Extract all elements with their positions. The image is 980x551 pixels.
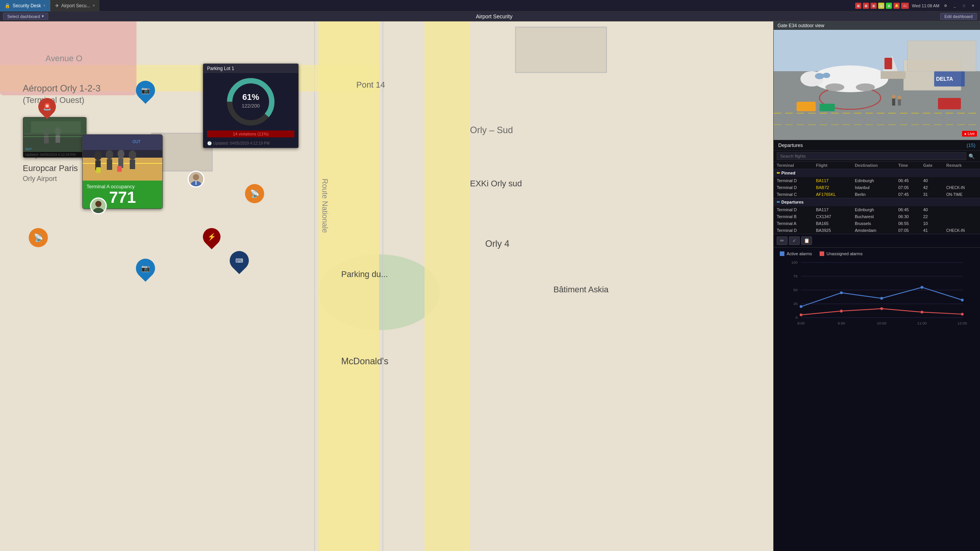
pinned-2-gate: 42 [920,184,943,191]
comm-icon-1: 📡 [250,189,260,198]
svg-point-82 [856,83,875,91]
svg-text:100: 100 [791,260,798,264]
svg-point-58 [106,150,113,159]
close-icon[interactable]: ✕ [970,3,976,9]
dep-4-destination: Amsterdam [852,227,895,234]
camera-pin-blue-1[interactable]: 📷 [136,81,155,100]
departures-table: Terminal Flight Destination Time Gate Re… [774,162,980,234]
pinned-row-3[interactable]: Terminal C AF1765KL Berlin 07:45 31 ON-T… [774,191,980,198]
svg-point-124 [880,307,883,310]
svg-rect-59 [107,159,112,170]
dep-3-time: 06:55 [895,220,920,227]
legend-unassigned-dot [820,251,824,256]
svg-text:25: 25 [794,302,798,306]
svg-text:Aéroport Orly 1-2-3: Aéroport Orly 1-2-3 [23,83,100,93]
svg-text:Avenue O: Avenue O [46,54,82,63]
terminal-camera-image: OUT [83,135,162,181]
sys-icon-4: ▣ [878,3,884,9]
pinned-row-2[interactable]: Terminal D BAB72 Istanbul 07:05 42 CHECK… [774,184,980,191]
select-dashboard-button[interactable]: Select dashboard ▾ [3,13,48,20]
svg-point-56 [94,151,102,160]
alarm-pin-red-1[interactable]: 🚨 [38,98,56,116]
svg-point-126 [961,313,964,315]
svg-point-119 [880,297,883,300]
pinned-row-1[interactable]: Terminal D BA117 Edinburgh 06:45 40 [774,177,980,184]
avatar-pin-2[interactable] [90,197,107,214]
col-terminal: Terminal [774,162,813,169]
live-badge: ● Live [962,131,977,137]
pinned-1-terminal: Terminal D [774,177,813,184]
legend-active-dot [780,251,784,256]
camera-feed-section: Gate E34 outdoor view [774,21,980,140]
parking-updated-text: 🕐 Updated: 04/05/2019 4:12:19 PM [203,140,298,148]
dep-action-check[interactable]: ✓ [789,236,800,245]
pinned-2-time: 07:05 [895,184,920,191]
dep-row-4[interactable]: Terminal D BA3925 Amsterdam 07:05 41 CHE… [774,227,980,234]
parking-popup[interactable]: Parking Lot 1 61% 122/200 14 violations … [203,64,299,148]
violations-bar: 14 violations (11%) [207,130,294,137]
pinned-1-remark [943,177,980,184]
svg-text:61%: 61% [242,92,259,102]
svg-rect-43 [44,136,49,143]
pinned-2-destination: Istanbul [852,184,895,191]
svg-text:12:00: 12:00 [957,321,967,325]
alarm-pin-dark-red[interactable]: ⚡ [203,228,220,246]
legend-active-label: Active alarms [787,251,812,256]
svg-rect-64 [96,167,101,173]
comm-pin-orange-2[interactable]: 📡 [29,228,48,247]
avatar-pin-1[interactable] [188,171,204,187]
pinned-1-destination: Edinburgh [852,177,895,184]
dep-2-destination: Bucharest [852,213,895,220]
minimize-icon[interactable]: _ [952,3,958,9]
tab-security-desk[interactable]: 🔒 Security Desk × [0,0,50,11]
dep-1-flight: BA117 [813,206,852,213]
svg-rect-90 [820,103,835,111]
alert-count: 41 [901,3,909,9]
mini-camera-popup[interactable]: OUT Updated: 04/05/2019 4:12:19 PM [23,117,86,158]
sys-icon-2: ▣ [863,3,869,9]
svg-point-117 [800,305,802,308]
sys-icon-3: ▣ [871,3,877,9]
pinned-3-remark: ON-TIME [943,191,980,198]
svg-point-62 [129,150,136,160]
tab-close-security[interactable]: × [43,3,46,8]
parking-donut-svg: 61% 122/200 [226,77,276,127]
svg-point-60 [118,150,124,158]
svg-text:11:00: 11:00 [917,321,927,325]
dep-row-2[interactable]: Terminal B CX1347 Bucharest 06:30 22 [774,213,980,220]
dep-action-clipboard[interactable]: 📋 [801,236,812,245]
pinned-2-flight: BAB72 [813,184,852,191]
dep-action-edit[interactable]: ✏ [777,236,787,245]
col-gate: Gate [920,162,943,169]
device-icon: ⌨ [235,258,243,264]
dep-4-remark: CHECK-IN [943,227,980,234]
pinned-3-flight: AF1765KL [813,191,852,198]
dep-row-1[interactable]: Terminal D BA117 Edinburgh 06:45 40 [774,206,980,213]
search-icon[interactable]: 🔍 [966,153,977,159]
comm-pin-orange-1[interactable]: 📡 [245,184,264,203]
departures-count: (15) [967,142,975,148]
svg-rect-94 [892,98,895,105]
svg-point-84 [823,73,830,78]
dep-3-gate: 10 [920,220,943,227]
legend-unassigned-alarms: Unassigned alarms [820,251,862,256]
tab-close-airport[interactable]: × [93,3,95,8]
maximize-icon[interactable]: □ [961,3,967,9]
svg-text:50: 50 [794,288,798,292]
dep-row-3[interactable]: Terminal A BA165 Brussels 06:55 10 [774,220,980,227]
edit-dashboard-button[interactable]: Edit dashboard [940,13,977,20]
mini-camera-updated-text: Updated: 04/05/2019 4:12:19 PM [23,152,86,157]
svg-text:Orly Airport: Orly Airport [23,175,57,183]
pinned-3-gate: 31 [920,191,943,198]
dep-4-gate: 41 [920,227,943,234]
search-flights-input[interactable] [777,152,966,160]
svg-text:122/200: 122/200 [242,103,260,109]
camera-pin-blue-2[interactable]: 📷 [136,259,155,278]
tab-airport-sec[interactable]: ✈ Airport Secu... × [50,0,100,11]
search-row: 🔍 [774,151,980,162]
svg-rect-91 [938,98,961,109]
map-area[interactable]: P7 Paris - Orly Aéroport Orly 1-2-3 (Ter… [0,21,773,551]
device-pin-dark-blue[interactable]: ⌨ [230,251,249,270]
svg-rect-45 [56,135,60,143]
settings-icon[interactable]: ⚙ [942,3,949,9]
